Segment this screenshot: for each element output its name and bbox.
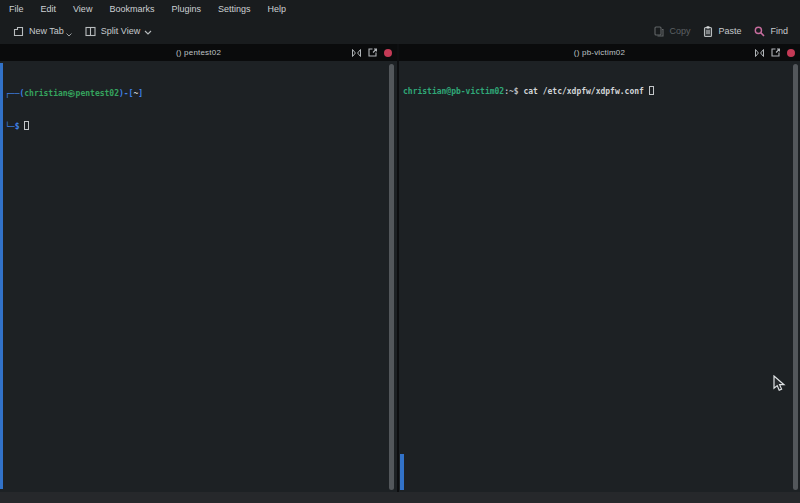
pane-header-actions [352, 44, 392, 61]
terminal-cursor [649, 86, 654, 95]
terminal-pentest02[interactable]: ┌──(christian㉿pentest02)-[~] └─$ [0, 61, 397, 492]
menu-settings[interactable]: Settings [218, 4, 251, 14]
focus-indicator-bar [400, 454, 404, 490]
copy-button[interactable]: Copy [647, 22, 696, 41]
split-view-container: () pentest02 [0, 44, 800, 492]
terminal-output: christian@pb-victim02:~$ cat /etc/xdpfw/… [399, 61, 800, 119]
find-label: Find [770, 26, 788, 36]
konsole-window: File Edit View Bookmarks Plugins Setting… [0, 0, 800, 503]
pane-header-actions [755, 44, 795, 61]
terminal-output: ┌──(christian㉿pentest02)-[~] └─$ [0, 61, 397, 154]
typed-command: cat /etc/xdpfw/xdpfw.conf [523, 87, 648, 96]
menu-bookmarks[interactable]: Bookmarks [109, 4, 154, 14]
menu-edit[interactable]: Edit [41, 4, 57, 14]
find-icon [753, 25, 766, 38]
new-tab-label: New Tab [29, 26, 64, 36]
terminal-cursor [24, 121, 29, 130]
maximize-view-icon[interactable] [352, 49, 361, 57]
scrollbar[interactable] [389, 64, 394, 490]
pane-pentest02: () pentest02 [0, 44, 397, 492]
copy-icon [653, 25, 665, 38]
user-host: christian@pb-victim02 [403, 87, 504, 96]
chevron-down-icon [144, 30, 152, 35]
chevron-down-icon [66, 33, 72, 37]
menu-file[interactable]: File [9, 4, 24, 14]
menu-help[interactable]: Help [267, 4, 286, 14]
prompt-line-2: └─$ [5, 121, 397, 132]
user-host: christian㉿pentest02 [24, 89, 119, 98]
prompt-line-1: ┌──(christian㉿pentest02)-[~] [5, 88, 397, 99]
terminal-pb-victim02[interactable]: christian@pb-victim02:~$ cat /etc/xdpfw/… [399, 61, 800, 492]
scrollbar[interactable] [793, 64, 798, 490]
pane-header-pentest02[interactable]: () pentest02 [0, 44, 397, 61]
menu-plugins[interactable]: Plugins [171, 4, 201, 14]
close-view-icon[interactable] [787, 49, 795, 57]
menu-view[interactable]: View [73, 4, 92, 14]
find-button[interactable]: Find [747, 22, 794, 41]
split-view-label: Split View [101, 26, 140, 36]
new-tab-icon [12, 25, 25, 38]
copy-label: Copy [669, 26, 690, 36]
new-tab-button[interactable]: New Tab [6, 22, 78, 41]
pane-title: () pb-victim02 [574, 48, 625, 57]
paste-label: Paste [718, 26, 741, 36]
split-view-icon [84, 25, 97, 38]
prompt-line: christian@pb-victim02:~$ cat /etc/xdpfw/… [403, 86, 800, 97]
pane-title: () pentest02 [176, 48, 221, 57]
pane-header-pb-victim02[interactable]: () pb-victim02 [399, 44, 800, 61]
paste-icon [702, 25, 714, 38]
paste-button[interactable]: Paste [696, 22, 747, 41]
detach-view-icon[interactable] [368, 48, 377, 57]
close-view-icon[interactable] [384, 49, 392, 57]
maximize-view-icon[interactable] [755, 49, 764, 57]
toolbar: New Tab Split View [0, 18, 800, 44]
window-bottom-edge [0, 492, 800, 503]
pane-pb-victim02: () pb-victim02 [399, 44, 800, 492]
menu-bar: File Edit View Bookmarks Plugins Setting… [0, 0, 800, 18]
split-view-button[interactable]: Split View [78, 22, 158, 41]
focus-indicator-bar [0, 63, 3, 489]
detach-view-icon[interactable] [771, 48, 780, 57]
